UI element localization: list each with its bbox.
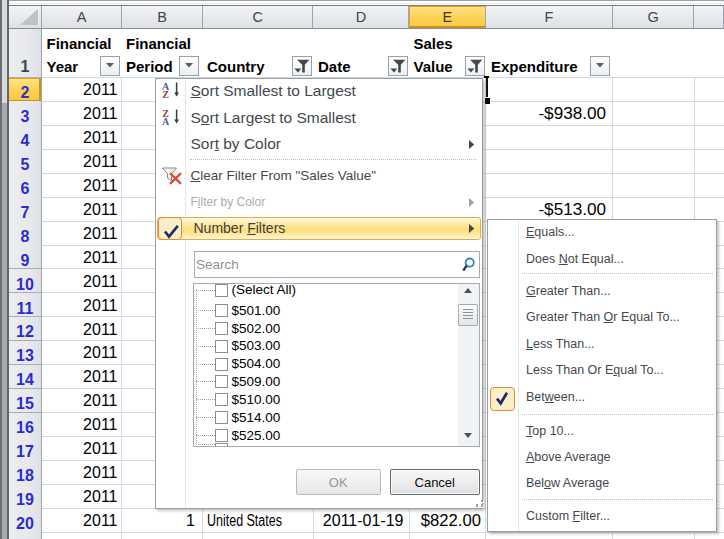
svg-text:Z: Z [162, 89, 169, 100]
svg-text:A: A [162, 116, 170, 127]
